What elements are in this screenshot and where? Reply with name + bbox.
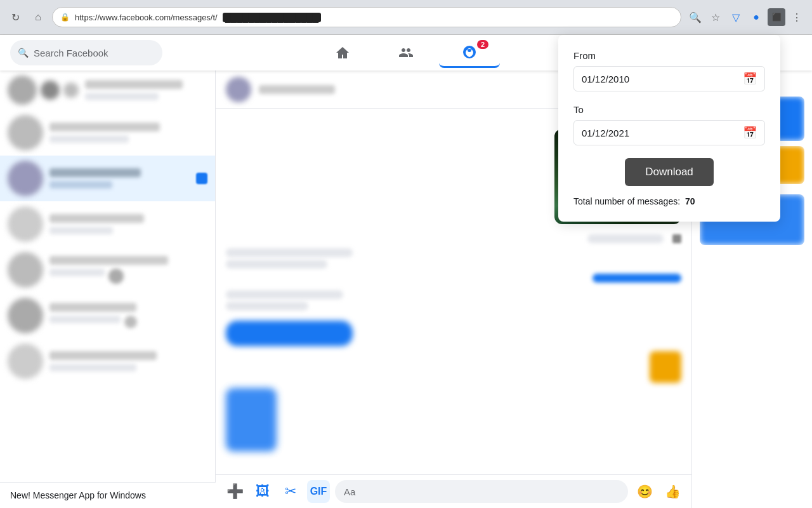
browser-search-icon[interactable]: 🔍 xyxy=(686,8,704,26)
from-date-input[interactable]: 01/12/2010 📅 xyxy=(573,66,765,91)
filter-icon[interactable]: ▽ xyxy=(727,8,745,26)
to-label: To xyxy=(573,104,765,115)
nav-home[interactable] xyxy=(312,37,373,68)
message-row xyxy=(226,248,681,257)
browser-toolbar: 🔍 ☆ ▽ ● ⬛ ⋮ xyxy=(686,8,806,26)
message-text-input[interactable]: Aa xyxy=(335,480,628,503)
sticker-button[interactable]: ✂ xyxy=(279,480,302,503)
reload-button[interactable]: ↻ xyxy=(6,8,24,26)
from-label: From xyxy=(573,50,765,61)
groups-badge: 2 xyxy=(477,40,488,49)
nav-friends[interactable] xyxy=(376,37,436,68)
address-bar[interactable]: 🔒 https://www.facebook.com/messages/t/ █… xyxy=(52,7,681,27)
gif-button[interactable]: GIF xyxy=(307,480,330,503)
conversation-item[interactable] xyxy=(0,201,215,247)
bookmark-icon[interactable]: ☆ xyxy=(707,8,724,26)
conversation-item-active[interactable] xyxy=(0,156,215,201)
conversation-item[interactable] xyxy=(0,338,215,384)
to-field-group: To 01/12/2021 📅 xyxy=(573,104,765,145)
search-bar[interactable]: 🔍 Search Facebook xyxy=(10,40,162,65)
from-date-value: 01/12/2010 xyxy=(582,74,738,84)
nav-center: 2 xyxy=(312,37,500,68)
like-button[interactable]: 👍 xyxy=(661,480,684,503)
blue-blob-message xyxy=(226,388,681,451)
to-calendar-icon[interactable]: 📅 xyxy=(743,126,757,140)
input-placeholder: Aa xyxy=(344,486,355,497)
emoji-button[interactable]: 😊 xyxy=(633,480,656,503)
conversation-item[interactable] xyxy=(0,247,215,293)
conversation-item[interactable] xyxy=(0,110,215,156)
message-row xyxy=(226,302,681,311)
message-row xyxy=(226,274,681,283)
lock-icon: 🔒 xyxy=(60,13,70,22)
menu-icon[interactable]: ⋮ xyxy=(788,8,806,26)
blue-message-block xyxy=(226,321,681,346)
extension-icon-1[interactable]: ● xyxy=(747,8,765,26)
total-label: Total number of messages: xyxy=(573,196,680,206)
conversations-panel xyxy=(0,70,216,508)
banner-text: New! Messenger App for Windows xyxy=(10,490,146,500)
from-field-group: From 01/12/2010 📅 xyxy=(573,50,765,91)
search-placeholder: Search Facebook xyxy=(34,48,108,58)
message-row xyxy=(226,234,681,243)
browser-chrome: ↻ ⌂ 🔒 https://www.facebook.com/messages/… xyxy=(0,0,812,35)
conversation-item[interactable] xyxy=(0,70,215,110)
url-text: https://www.facebook.com/messages/t/ xyxy=(75,13,218,22)
to-date-value: 01/12/2021 xyxy=(582,128,738,138)
home-button[interactable]: ⌂ xyxy=(29,8,47,26)
message-row xyxy=(226,260,681,269)
to-date-input[interactable]: 01/12/2021 📅 xyxy=(573,120,765,145)
total-count: 70 xyxy=(685,196,695,206)
messenger-banner: New! Messenger App for Windows xyxy=(0,482,216,508)
nav-groups[interactable]: 2 xyxy=(439,37,500,68)
total-messages: Total number of messages: 70 xyxy=(573,196,765,206)
message-input-area: ➕ 🖼 ✂ GIF Aa 😊 👍 xyxy=(216,474,691,508)
add-button[interactable]: ➕ xyxy=(223,480,246,503)
url-redacted: ████████████████ xyxy=(223,13,321,22)
search-icon: 🔍 xyxy=(18,48,29,58)
extension-icon-2[interactable]: ⬛ xyxy=(768,8,785,26)
download-button[interactable]: Download xyxy=(625,158,714,186)
from-calendar-icon[interactable]: 📅 xyxy=(743,72,757,86)
image-button[interactable]: 🖼 xyxy=(251,480,274,503)
conversation-item[interactable] xyxy=(0,293,215,338)
message-row xyxy=(226,290,681,299)
date-range-popup: From 01/12/2010 📅 To 01/12/2021 📅 Downlo… xyxy=(558,35,780,222)
accent-message xyxy=(226,351,681,383)
